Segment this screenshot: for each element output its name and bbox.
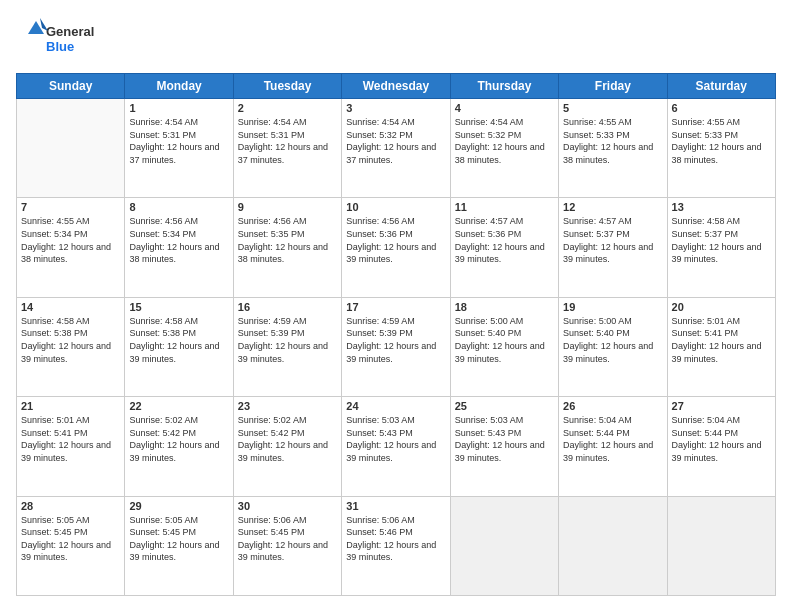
weekday-header-tuesday: Tuesday [233, 74, 341, 99]
day-number: 13 [672, 201, 771, 213]
calendar-cell [559, 496, 667, 595]
calendar-cell: 3 Sunrise: 4:54 AM Sunset: 5:32 PM Dayli… [342, 99, 450, 198]
day-info: Sunrise: 5:03 AM Sunset: 5:43 PM Dayligh… [346, 414, 445, 464]
day-info: Sunrise: 4:57 AM Sunset: 5:37 PM Dayligh… [563, 215, 662, 265]
day-info: Sunrise: 4:54 AM Sunset: 5:31 PM Dayligh… [238, 116, 337, 166]
day-info: Sunrise: 5:03 AM Sunset: 5:43 PM Dayligh… [455, 414, 554, 464]
calendar-cell: 27 Sunrise: 5:04 AM Sunset: 5:44 PM Dayl… [667, 397, 775, 496]
calendar-cell: 25 Sunrise: 5:03 AM Sunset: 5:43 PM Dayl… [450, 397, 558, 496]
week-row-4: 21 Sunrise: 5:01 AM Sunset: 5:41 PM Dayl… [17, 397, 776, 496]
day-info: Sunrise: 5:01 AM Sunset: 5:41 PM Dayligh… [21, 414, 120, 464]
calendar-cell: 13 Sunrise: 4:58 AM Sunset: 5:37 PM Dayl… [667, 198, 775, 297]
day-info: Sunrise: 5:06 AM Sunset: 5:45 PM Dayligh… [238, 514, 337, 564]
calendar-cell: 10 Sunrise: 4:56 AM Sunset: 5:36 PM Dayl… [342, 198, 450, 297]
svg-text:General: General [46, 24, 94, 39]
week-row-3: 14 Sunrise: 4:58 AM Sunset: 5:38 PM Dayl… [17, 297, 776, 396]
calendar-cell [450, 496, 558, 595]
day-number: 6 [672, 102, 771, 114]
day-info: Sunrise: 4:58 AM Sunset: 5:37 PM Dayligh… [672, 215, 771, 265]
day-info: Sunrise: 4:59 AM Sunset: 5:39 PM Dayligh… [238, 315, 337, 365]
day-info: Sunrise: 4:56 AM Sunset: 5:36 PM Dayligh… [346, 215, 445, 265]
logo: General Blue [16, 16, 106, 61]
calendar-cell: 29 Sunrise: 5:05 AM Sunset: 5:45 PM Dayl… [125, 496, 233, 595]
day-number: 18 [455, 301, 554, 313]
day-info: Sunrise: 4:58 AM Sunset: 5:38 PM Dayligh… [129, 315, 228, 365]
day-info: Sunrise: 5:04 AM Sunset: 5:44 PM Dayligh… [672, 414, 771, 464]
day-number: 4 [455, 102, 554, 114]
calendar-cell: 18 Sunrise: 5:00 AM Sunset: 5:40 PM Dayl… [450, 297, 558, 396]
calendar-cell: 5 Sunrise: 4:55 AM Sunset: 5:33 PM Dayli… [559, 99, 667, 198]
calendar-cell: 12 Sunrise: 4:57 AM Sunset: 5:37 PM Dayl… [559, 198, 667, 297]
day-number: 20 [672, 301, 771, 313]
calendar-cell: 9 Sunrise: 4:56 AM Sunset: 5:35 PM Dayli… [233, 198, 341, 297]
calendar-cell: 17 Sunrise: 4:59 AM Sunset: 5:39 PM Dayl… [342, 297, 450, 396]
day-info: Sunrise: 4:56 AM Sunset: 5:35 PM Dayligh… [238, 215, 337, 265]
day-number: 8 [129, 201, 228, 213]
weekday-header-monday: Monday [125, 74, 233, 99]
day-info: Sunrise: 5:06 AM Sunset: 5:46 PM Dayligh… [346, 514, 445, 564]
day-info: Sunrise: 4:54 AM Sunset: 5:31 PM Dayligh… [129, 116, 228, 166]
day-number: 29 [129, 500, 228, 512]
weekday-header-thursday: Thursday [450, 74, 558, 99]
calendar-cell: 6 Sunrise: 4:55 AM Sunset: 5:33 PM Dayli… [667, 99, 775, 198]
day-number: 21 [21, 400, 120, 412]
svg-text:Blue: Blue [46, 39, 74, 54]
calendar-cell: 26 Sunrise: 5:04 AM Sunset: 5:44 PM Dayl… [559, 397, 667, 496]
calendar-cell: 1 Sunrise: 4:54 AM Sunset: 5:31 PM Dayli… [125, 99, 233, 198]
day-info: Sunrise: 5:02 AM Sunset: 5:42 PM Dayligh… [238, 414, 337, 464]
calendar-table: SundayMondayTuesdayWednesdayThursdayFrid… [16, 73, 776, 596]
calendar-cell: 4 Sunrise: 4:54 AM Sunset: 5:32 PM Dayli… [450, 99, 558, 198]
page: General Blue SundayMondayTuesdayWednesda… [0, 0, 792, 612]
day-info: Sunrise: 5:02 AM Sunset: 5:42 PM Dayligh… [129, 414, 228, 464]
day-number: 25 [455, 400, 554, 412]
calendar-cell: 21 Sunrise: 5:01 AM Sunset: 5:41 PM Dayl… [17, 397, 125, 496]
day-number: 19 [563, 301, 662, 313]
day-number: 2 [238, 102, 337, 114]
week-row-1: 1 Sunrise: 4:54 AM Sunset: 5:31 PM Dayli… [17, 99, 776, 198]
day-number: 31 [346, 500, 445, 512]
weekday-header-wednesday: Wednesday [342, 74, 450, 99]
day-info: Sunrise: 4:56 AM Sunset: 5:34 PM Dayligh… [129, 215, 228, 265]
logo-svg: General Blue [16, 16, 106, 61]
header: General Blue [16, 16, 776, 61]
day-number: 11 [455, 201, 554, 213]
day-number: 1 [129, 102, 228, 114]
day-info: Sunrise: 4:55 AM Sunset: 5:34 PM Dayligh… [21, 215, 120, 265]
day-info: Sunrise: 5:01 AM Sunset: 5:41 PM Dayligh… [672, 315, 771, 365]
weekday-header-saturday: Saturday [667, 74, 775, 99]
day-number: 15 [129, 301, 228, 313]
day-info: Sunrise: 4:54 AM Sunset: 5:32 PM Dayligh… [346, 116, 445, 166]
day-info: Sunrise: 4:58 AM Sunset: 5:38 PM Dayligh… [21, 315, 120, 365]
day-info: Sunrise: 5:00 AM Sunset: 5:40 PM Dayligh… [455, 315, 554, 365]
weekday-header-friday: Friday [559, 74, 667, 99]
calendar-cell: 16 Sunrise: 4:59 AM Sunset: 5:39 PM Dayl… [233, 297, 341, 396]
day-info: Sunrise: 4:59 AM Sunset: 5:39 PM Dayligh… [346, 315, 445, 365]
day-info: Sunrise: 5:05 AM Sunset: 5:45 PM Dayligh… [21, 514, 120, 564]
calendar-cell: 2 Sunrise: 4:54 AM Sunset: 5:31 PM Dayli… [233, 99, 341, 198]
weekday-header-sunday: Sunday [17, 74, 125, 99]
day-number: 3 [346, 102, 445, 114]
calendar-cell [667, 496, 775, 595]
day-info: Sunrise: 5:00 AM Sunset: 5:40 PM Dayligh… [563, 315, 662, 365]
day-number: 9 [238, 201, 337, 213]
calendar-cell: 24 Sunrise: 5:03 AM Sunset: 5:43 PM Dayl… [342, 397, 450, 496]
calendar-cell: 14 Sunrise: 4:58 AM Sunset: 5:38 PM Dayl… [17, 297, 125, 396]
calendar-cell [17, 99, 125, 198]
day-info: Sunrise: 5:04 AM Sunset: 5:44 PM Dayligh… [563, 414, 662, 464]
day-number: 10 [346, 201, 445, 213]
calendar-cell: 20 Sunrise: 5:01 AM Sunset: 5:41 PM Dayl… [667, 297, 775, 396]
day-number: 26 [563, 400, 662, 412]
calendar-cell: 31 Sunrise: 5:06 AM Sunset: 5:46 PM Dayl… [342, 496, 450, 595]
day-number: 12 [563, 201, 662, 213]
calendar-cell: 8 Sunrise: 4:56 AM Sunset: 5:34 PM Dayli… [125, 198, 233, 297]
day-info: Sunrise: 4:57 AM Sunset: 5:36 PM Dayligh… [455, 215, 554, 265]
weekday-header-row: SundayMondayTuesdayWednesdayThursdayFrid… [17, 74, 776, 99]
day-info: Sunrise: 4:54 AM Sunset: 5:32 PM Dayligh… [455, 116, 554, 166]
day-number: 16 [238, 301, 337, 313]
day-number: 27 [672, 400, 771, 412]
day-number: 30 [238, 500, 337, 512]
week-row-2: 7 Sunrise: 4:55 AM Sunset: 5:34 PM Dayli… [17, 198, 776, 297]
calendar-cell: 28 Sunrise: 5:05 AM Sunset: 5:45 PM Dayl… [17, 496, 125, 595]
calendar-cell: 30 Sunrise: 5:06 AM Sunset: 5:45 PM Dayl… [233, 496, 341, 595]
day-number: 28 [21, 500, 120, 512]
